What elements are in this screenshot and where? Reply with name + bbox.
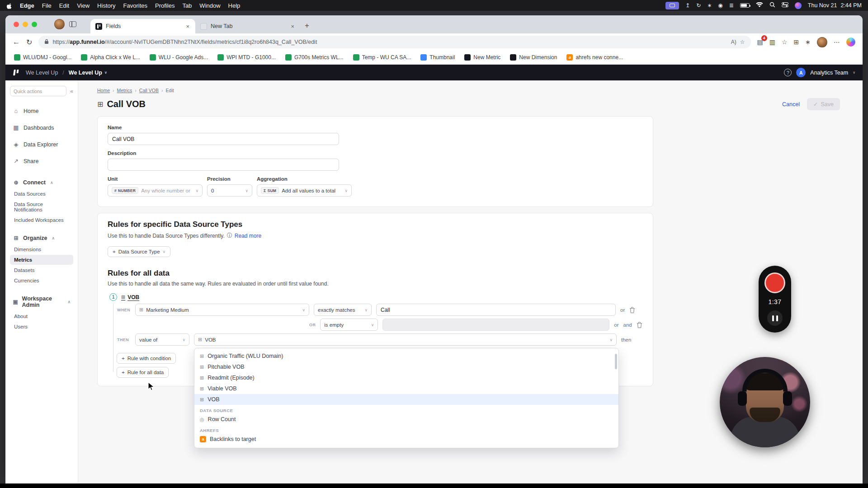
webcam-bubble[interactable] (720, 357, 810, 447)
add-or-link[interactable]: or (614, 322, 618, 328)
apple-menu-icon[interactable] (6, 2, 12, 9)
save-button[interactable]: ✓ Save (807, 98, 840, 110)
browser-essentials-icon[interactable]: ∗ (805, 38, 811, 46)
team-name[interactable]: Analytics Team (810, 70, 848, 76)
menu-favorites[interactable]: Favorites (123, 2, 147, 9)
then-mode-select[interactable]: value of ∨ (135, 333, 189, 346)
bookmark-item[interactable]: Thumbnail (420, 54, 455, 61)
tab-search-panel-icon[interactable] (69, 21, 76, 27)
sidebar-item-currencies[interactable]: Currencies (10, 276, 73, 286)
menu-file[interactable]: File (42, 2, 52, 9)
battery-icon[interactable] (740, 3, 750, 8)
bookmark-item[interactable]: New Dimension (510, 54, 557, 61)
bookmark-item[interactable]: WPI MTD - G1000... (217, 54, 276, 61)
back-button[interactable]: ← (13, 38, 20, 46)
sidebar-item-metrics[interactable]: Metrics (10, 255, 73, 265)
bookmark-item[interactable]: Temp - WU CA SA... (353, 54, 411, 61)
condition-value-input[interactable] (376, 304, 616, 316)
zoom-window-button[interactable] (32, 22, 37, 27)
sidebar-section-connect[interactable]: ⊕ Connect ∧ (10, 176, 73, 188)
bookmark-item[interactable]: New Metric (464, 54, 500, 61)
favorite-star-icon[interactable]: ☆ (740, 39, 745, 45)
menu-window[interactable]: Window (199, 2, 220, 9)
sidebar-item-included-workspaces[interactable]: Included Workspaces (10, 215, 73, 225)
tab-fields[interactable]: Fields × (90, 19, 195, 33)
precision-select[interactable]: 0 ∨ (207, 184, 252, 197)
breadcrumb-call-vob[interactable]: Call VOB (139, 88, 159, 93)
extension-keyboard-icon[interactable]: ▤4 (757, 38, 763, 46)
unit-select[interactable]: #NUMBER Any whole number or decimal ∨ (108, 184, 203, 197)
browser-profile-avatar[interactable] (54, 19, 65, 29)
close-window-button[interactable] (14, 22, 19, 27)
wifi-icon[interactable] (756, 2, 763, 9)
sidebar-item-users[interactable]: Users (10, 322, 73, 332)
sidebar-item-data-sources[interactable]: Data Sources (10, 189, 73, 199)
name-input[interactable] (108, 133, 339, 145)
add-rule-for-all-data-button[interactable]: + Rule for all data (117, 367, 169, 378)
sidebar-item-data-explorer[interactable]: ◈ Data Explorer (10, 136, 73, 153)
trash-icon[interactable] (629, 307, 635, 313)
bookmark-item[interactable]: Alpha Click x We L... (81, 54, 140, 61)
cancel-button[interactable]: Cancel (782, 101, 800, 108)
bookmark-item[interactable]: aahrefs new conne... (566, 54, 623, 61)
dropdown-option[interactable]: ◎ Row Count (194, 414, 618, 425)
pause-recording-button[interactable] (767, 310, 783, 326)
dropdown-option[interactable]: ⊞ Viable VOB (194, 383, 618, 394)
add-rule-with-condition-button[interactable]: + Rule with condition (117, 353, 176, 364)
breadcrumb-metrics[interactable]: Metrics (117, 88, 132, 93)
when-field-select[interactable]: ⊞ Marketing Medium ∨ (135, 304, 309, 316)
add-or-link[interactable]: or (620, 307, 625, 313)
favorites-icon[interactable]: ☆ (782, 38, 788, 46)
menu-view[interactable]: View (77, 2, 90, 9)
tab-new-tab[interactable]: New Tab × (195, 19, 300, 33)
trash-icon[interactable] (637, 322, 642, 328)
settings-more-icon[interactable]: ⋯ (834, 38, 840, 46)
operator-select[interactable]: exactly matches ∨ (314, 304, 372, 316)
sidebar-item-dashboards[interactable]: ▦ Dashboards (10, 119, 73, 136)
menu-edit[interactable]: Edit (59, 2, 69, 9)
list-status-icon[interactable]: ≣ (729, 2, 734, 9)
bookmark-item[interactable]: WLU - Google Ads... (150, 54, 208, 61)
siri-icon[interactable] (795, 2, 802, 9)
breadcrumb-home[interactable]: Home (97, 88, 110, 93)
sidebar-item-share[interactable]: ↗ Share (10, 153, 73, 169)
add-and-link[interactable]: and (623, 322, 632, 328)
dropdown-option[interactable]: ⊞ Organic Traffic (WLU Domain) (194, 351, 618, 361)
dropdown-option[interactable]: ⊞ Readmit (Episode) (194, 372, 618, 383)
menu-tab[interactable]: Tab (182, 2, 192, 9)
dropdown-option[interactable]: a Backlinks to target (194, 434, 618, 445)
dropdown-scrollbar[interactable] (615, 354, 617, 369)
sidebar-item-home[interactable]: ⌂ Home (10, 103, 73, 119)
sidebar-item-datasets[interactable]: Datasets (10, 265, 73, 275)
quick-actions-input[interactable]: Quick actions (10, 86, 66, 96)
site-permissions-icon[interactable] (44, 39, 49, 46)
rule-name[interactable]: ⊞ VOB (121, 294, 139, 300)
screen-share-indicator-icon[interactable] (665, 2, 679, 9)
address-bar[interactable]: https://app.funnel.io/#/account/-NvITUGe… (38, 36, 750, 48)
help-button[interactable]: ? (784, 69, 792, 76)
asterisk-status-icon[interactable]: ∗ (707, 2, 712, 9)
new-tab-button[interactable]: + (305, 21, 309, 30)
copilot-icon[interactable] (846, 38, 855, 47)
minimize-window-button[interactable] (23, 22, 28, 27)
shortcut-icon[interactable]: ↥ (685, 2, 690, 9)
read-more-link[interactable]: Read more (235, 233, 261, 239)
tab-close-icon[interactable]: × (185, 23, 190, 30)
spotlight-search-icon[interactable] (769, 2, 775, 9)
sidebar-item-dimensions[interactable]: Dimensions (10, 244, 73, 254)
sidebar-item-about[interactable]: About (10, 311, 73, 321)
split-screen-icon[interactable]: ▥ (769, 38, 775, 46)
aggregation-select[interactable]: ΣSUM Add all values to a total ∨ (257, 184, 352, 197)
bookmark-item[interactable]: WLU/DMJ - Googl... (14, 54, 71, 61)
menu-help[interactable]: Help (228, 2, 241, 9)
menu-edge[interactable]: Edge (20, 2, 34, 9)
dropdown-option-selected[interactable]: ⊞ VOB (194, 394, 618, 405)
sidebar-section-organize[interactable]: ⊞ Organize ∧ (10, 231, 73, 244)
then-value-combobox[interactable]: ⊞ VOB ∨ (194, 333, 617, 346)
bookmark-item[interactable]: G700s Metrics WL... (285, 54, 344, 61)
description-input[interactable] (108, 159, 339, 171)
menu-history[interactable]: History (97, 2, 115, 9)
funnel-logo-icon[interactable] (13, 69, 19, 76)
dropdown-option[interactable]: ⊞ Pitchable VOB (194, 361, 618, 372)
tab-close-icon[interactable]: × (290, 23, 295, 30)
